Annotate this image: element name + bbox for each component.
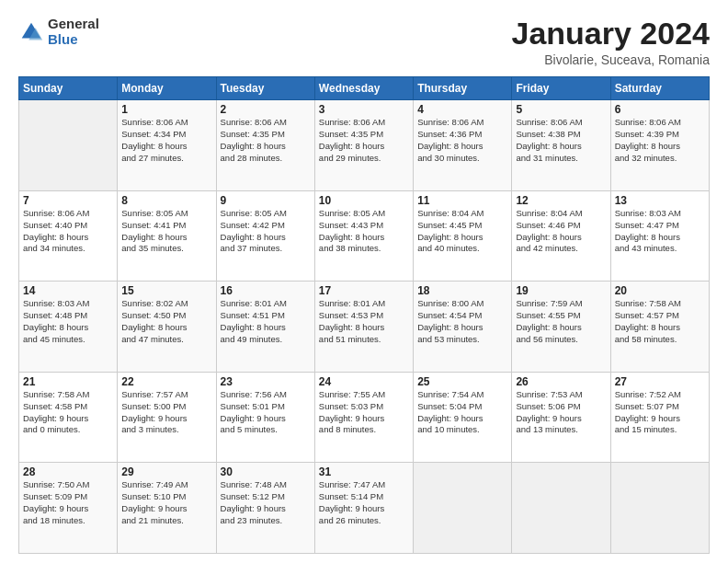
logo-icon	[18, 19, 44, 45]
day-number: 23	[221, 375, 311, 388]
cell-text: Sunrise: 8:06 AM Sunset: 4:38 PM Dayligh…	[516, 117, 606, 164]
weekday-row: SundayMondayTuesdayWednesdayThursdayFrid…	[19, 77, 710, 100]
calendar-cell: 25Sunrise: 7:54 AM Sunset: 5:04 PM Dayli…	[414, 372, 512, 463]
calendar-cell: 2Sunrise: 8:06 AM Sunset: 4:35 PM Daylig…	[216, 100, 314, 191]
calendar-cell: 27Sunrise: 7:52 AM Sunset: 5:07 PM Dayli…	[610, 372, 709, 463]
cell-text: Sunrise: 8:05 AM Sunset: 4:42 PM Dayligh…	[221, 208, 311, 255]
calendar-week-row: 28Sunrise: 7:50 AM Sunset: 5:09 PM Dayli…	[19, 463, 710, 554]
calendar-cell: 12Sunrise: 8:04 AM Sunset: 4:46 PM Dayli…	[512, 190, 610, 282]
calendar-cell: 23Sunrise: 7:56 AM Sunset: 5:01 PM Dayli…	[216, 372, 314, 463]
day-number: 31	[319, 465, 409, 478]
calendar-cell: 18Sunrise: 8:00 AM Sunset: 4:54 PM Dayli…	[414, 282, 512, 373]
title-block: January 2024 Bivolarie, Suceava, Romania	[512, 17, 711, 67]
calendar-cell: 1Sunrise: 8:06 AM Sunset: 4:34 PM Daylig…	[118, 100, 216, 191]
cell-text: Sunrise: 8:01 AM Sunset: 4:51 PM Dayligh…	[221, 298, 311, 345]
cell-text: Sunrise: 7:52 AM Sunset: 5:07 PM Dayligh…	[615, 389, 705, 436]
calendar-header: SundayMondayTuesdayWednesdayThursdayFrid…	[19, 77, 710, 100]
calendar-cell	[610, 463, 709, 554]
day-number: 1	[121, 103, 211, 116]
calendar-week-row: 1Sunrise: 8:06 AM Sunset: 4:34 PM Daylig…	[19, 100, 710, 191]
calendar-cell: 9Sunrise: 8:05 AM Sunset: 4:42 PM Daylig…	[216, 190, 314, 282]
weekday-header: Wednesday	[314, 77, 413, 100]
day-number: 6	[615, 103, 705, 116]
page: General Blue January 2024 Bivolarie, Suc…	[0, 0, 728, 563]
calendar-cell	[19, 100, 118, 191]
cell-text: Sunrise: 8:06 AM Sunset: 4:36 PM Dayligh…	[417, 117, 507, 164]
calendar-cell: 17Sunrise: 8:01 AM Sunset: 4:53 PM Dayli…	[314, 282, 413, 373]
cell-text: Sunrise: 8:04 AM Sunset: 4:45 PM Dayligh…	[417, 208, 507, 255]
calendar-cell: 31Sunrise: 7:47 AM Sunset: 5:14 PM Dayli…	[314, 463, 413, 554]
calendar-cell: 13Sunrise: 8:03 AM Sunset: 4:47 PM Dayli…	[610, 190, 709, 282]
logo-text: General Blue	[48, 17, 99, 47]
calendar-cell: 5Sunrise: 8:06 AM Sunset: 4:38 PM Daylig…	[512, 100, 610, 191]
subtitle: Bivolarie, Suceava, Romania	[512, 52, 711, 67]
calendar-cell: 28Sunrise: 7:50 AM Sunset: 5:09 PM Dayli…	[19, 463, 118, 554]
logo-blue: Blue	[48, 32, 99, 48]
weekday-header: Monday	[118, 77, 216, 100]
day-number: 3	[319, 103, 409, 116]
cell-text: Sunrise: 8:05 AM Sunset: 4:41 PM Dayligh…	[121, 208, 211, 255]
calendar-body: 1Sunrise: 8:06 AM Sunset: 4:34 PM Daylig…	[19, 100, 710, 554]
cell-text: Sunrise: 8:06 AM Sunset: 4:34 PM Dayligh…	[121, 117, 211, 164]
weekday-header: Saturday	[610, 77, 709, 100]
day-number: 24	[319, 375, 409, 388]
day-number: 26	[516, 375, 606, 388]
cell-text: Sunrise: 8:06 AM Sunset: 4:39 PM Dayligh…	[615, 117, 705, 164]
calendar-week-row: 21Sunrise: 7:58 AM Sunset: 4:58 PM Dayli…	[19, 372, 710, 463]
day-number: 20	[615, 284, 705, 297]
header: General Blue January 2024 Bivolarie, Suc…	[18, 17, 710, 67]
cell-text: Sunrise: 8:03 AM Sunset: 4:48 PM Dayligh…	[23, 298, 113, 345]
cell-text: Sunrise: 7:58 AM Sunset: 4:57 PM Dayligh…	[615, 298, 705, 345]
cell-text: Sunrise: 8:06 AM Sunset: 4:40 PM Dayligh…	[23, 208, 113, 255]
cell-text: Sunrise: 7:58 AM Sunset: 4:58 PM Dayligh…	[23, 389, 113, 436]
calendar-cell: 30Sunrise: 7:48 AM Sunset: 5:12 PM Dayli…	[216, 463, 314, 554]
cell-text: Sunrise: 7:49 AM Sunset: 5:10 PM Dayligh…	[121, 479, 211, 526]
calendar-cell: 4Sunrise: 8:06 AM Sunset: 4:36 PM Daylig…	[414, 100, 512, 191]
cell-text: Sunrise: 8:03 AM Sunset: 4:47 PM Dayligh…	[615, 208, 705, 255]
cell-text: Sunrise: 7:50 AM Sunset: 5:09 PM Dayligh…	[23, 479, 113, 526]
weekday-header: Sunday	[19, 77, 118, 100]
calendar: SundayMondayTuesdayWednesdayThursdayFrid…	[18, 76, 710, 554]
cell-text: Sunrise: 7:48 AM Sunset: 5:12 PM Dayligh…	[221, 479, 311, 526]
cell-text: Sunrise: 8:06 AM Sunset: 4:35 PM Dayligh…	[221, 117, 311, 164]
cell-text: Sunrise: 8:00 AM Sunset: 4:54 PM Dayligh…	[417, 298, 507, 345]
day-number: 9	[221, 194, 311, 207]
calendar-week-row: 7Sunrise: 8:06 AM Sunset: 4:40 PM Daylig…	[19, 190, 710, 282]
calendar-cell	[414, 463, 512, 554]
cell-text: Sunrise: 8:01 AM Sunset: 4:53 PM Dayligh…	[319, 298, 409, 345]
day-number: 16	[221, 284, 311, 297]
day-number: 18	[417, 284, 507, 297]
calendar-cell: 21Sunrise: 7:58 AM Sunset: 4:58 PM Dayli…	[19, 372, 118, 463]
calendar-cell: 16Sunrise: 8:01 AM Sunset: 4:51 PM Dayli…	[216, 282, 314, 373]
calendar-cell: 3Sunrise: 8:06 AM Sunset: 4:35 PM Daylig…	[314, 100, 413, 191]
day-number: 14	[23, 284, 113, 297]
calendar-cell: 22Sunrise: 7:57 AM Sunset: 5:00 PM Dayli…	[118, 372, 216, 463]
day-number: 27	[615, 375, 705, 388]
day-number: 13	[615, 194, 705, 207]
day-number: 29	[121, 465, 211, 478]
calendar-cell: 19Sunrise: 7:59 AM Sunset: 4:55 PM Dayli…	[512, 282, 610, 373]
day-number: 19	[516, 284, 606, 297]
cell-text: Sunrise: 8:04 AM Sunset: 4:46 PM Dayligh…	[516, 208, 606, 255]
cell-text: Sunrise: 7:59 AM Sunset: 4:55 PM Dayligh…	[516, 298, 606, 345]
day-number: 8	[121, 194, 211, 207]
calendar-cell: 7Sunrise: 8:06 AM Sunset: 4:40 PM Daylig…	[19, 190, 118, 282]
calendar-cell: 10Sunrise: 8:05 AM Sunset: 4:43 PM Dayli…	[314, 190, 413, 282]
calendar-cell: 20Sunrise: 7:58 AM Sunset: 4:57 PM Dayli…	[610, 282, 709, 373]
day-number: 12	[516, 194, 606, 207]
calendar-cell: 15Sunrise: 8:02 AM Sunset: 4:50 PM Dayli…	[118, 282, 216, 373]
main-title: January 2024	[512, 17, 711, 51]
day-number: 11	[417, 194, 507, 207]
day-number: 7	[23, 194, 113, 207]
calendar-cell: 24Sunrise: 7:55 AM Sunset: 5:03 PM Dayli…	[314, 372, 413, 463]
weekday-header: Thursday	[414, 77, 512, 100]
calendar-cell: 8Sunrise: 8:05 AM Sunset: 4:41 PM Daylig…	[118, 190, 216, 282]
calendar-cell: 14Sunrise: 8:03 AM Sunset: 4:48 PM Dayli…	[19, 282, 118, 373]
day-number: 28	[23, 465, 113, 478]
cell-text: Sunrise: 8:02 AM Sunset: 4:50 PM Dayligh…	[121, 298, 211, 345]
cell-text: Sunrise: 8:05 AM Sunset: 4:43 PM Dayligh…	[319, 208, 409, 255]
day-number: 21	[23, 375, 113, 388]
calendar-cell: 26Sunrise: 7:53 AM Sunset: 5:06 PM Dayli…	[512, 372, 610, 463]
day-number: 10	[319, 194, 409, 207]
cell-text: Sunrise: 7:54 AM Sunset: 5:04 PM Dayligh…	[417, 389, 507, 436]
